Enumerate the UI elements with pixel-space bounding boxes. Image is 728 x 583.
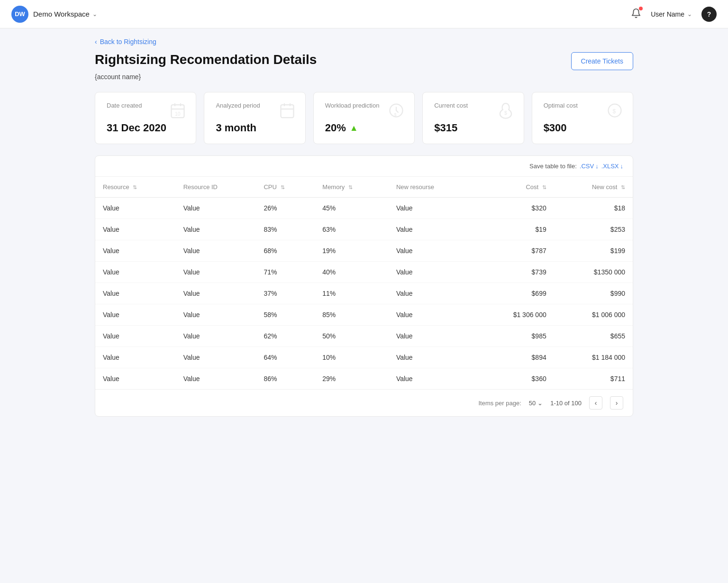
cell-memory: 85%: [315, 304, 389, 326]
stat-value-optimal-cost: $300: [544, 122, 621, 134]
cell-resource-id: Value: [176, 304, 256, 326]
stat-card-current-cost: Current cost $315 $: [422, 92, 524, 144]
col-new-cost[interactable]: New cost ⇅: [554, 177, 633, 198]
cell-resource: Value: [95, 283, 176, 304]
cell-cpu: 83%: [256, 219, 315, 240]
cell-cpu: 58%: [256, 304, 315, 326]
cell-new-resource: Value: [389, 219, 475, 240]
sort-icon-cost: ⇅: [542, 184, 546, 190]
header-right: User Name ⌄ ?: [631, 7, 717, 22]
create-tickets-button[interactable]: Create Tickets: [571, 52, 633, 70]
cell-new-resource: Value: [389, 326, 475, 347]
stat-card-optimal-cost: Optimal cost $300 $: [532, 92, 633, 144]
cell-memory: 45%: [315, 198, 389, 219]
notification-badge: [639, 7, 643, 10]
cell-cost: $1 306 000: [475, 304, 554, 326]
csv-download-icon: ↓: [595, 163, 599, 170]
cell-resource-id: Value: [176, 347, 256, 368]
cell-new-resource: Value: [389, 198, 475, 219]
svg-text:10: 10: [175, 111, 181, 117]
user-menu[interactable]: User Name ⌄: [651, 10, 692, 18]
back-link[interactable]: ‹ Back to Rightsizing: [95, 38, 633, 46]
col-resource-id[interactable]: Resource ID: [176, 177, 256, 198]
account-name: {account name}: [95, 73, 633, 81]
table-body: Value Value 26% 45% Value $320 $18 Value…: [95, 198, 633, 390]
table-row: Value Value 86% 29% Value $360 $711: [95, 368, 633, 390]
coin-icon: $: [606, 102, 623, 122]
stat-value-analyzed-period: 3 month: [216, 122, 293, 134]
svg-text:$: $: [504, 110, 507, 116]
header-left: DW Demo Workspace ⌄: [11, 6, 97, 23]
cell-cost: $699: [475, 283, 554, 304]
cell-resource: Value: [95, 347, 176, 368]
clock-dollar-icon: $: [388, 102, 405, 122]
items-per-page-chevron-icon: ⌄: [537, 400, 543, 407]
items-per-page-selector[interactable]: 50 ⌄: [529, 400, 543, 407]
col-cpu[interactable]: CPU ⇅: [256, 177, 315, 198]
back-chevron-icon: ‹: [95, 38, 97, 46]
cell-new-resource: Value: [389, 240, 475, 262]
cell-new-cost: $1350 000: [554, 262, 633, 283]
cell-new-cost: $990: [554, 283, 633, 304]
cell-cpu: 86%: [256, 368, 315, 390]
cell-cost: $739: [475, 262, 554, 283]
xlsx-download-link[interactable]: .XLSX ↓: [601, 163, 623, 170]
sort-icon-new-cost: ⇅: [621, 184, 625, 190]
cell-memory: 40%: [315, 262, 389, 283]
help-icon[interactable]: ?: [701, 7, 717, 22]
cell-cost: $19: [475, 219, 554, 240]
cell-memory: 11%: [315, 283, 389, 304]
top-header: DW Demo Workspace ⌄ User Name ⌄ ?: [0, 0, 728, 28]
cell-new-cost: $711: [554, 368, 633, 390]
table-row: Value Value 58% 85% Value $1 306 000 $1 …: [95, 304, 633, 326]
table-row: Value Value 64% 10% Value $894 $1 184 00…: [95, 347, 633, 368]
cell-resource: Value: [95, 368, 176, 390]
cell-resource: Value: [95, 304, 176, 326]
table-row: Value Value 37% 11% Value $699 $990: [95, 283, 633, 304]
cell-cost: $985: [475, 326, 554, 347]
stats-row: Date created 31 Dec 2020 10 Analyzed per…: [95, 92, 633, 144]
cell-memory: 10%: [315, 347, 389, 368]
sort-icon-cpu: ⇅: [281, 184, 285, 190]
cell-new-cost: $199: [554, 240, 633, 262]
cell-memory: 50%: [315, 326, 389, 347]
pagination: Items per page: 50 ⌄ 1-10 of 100 ‹ ›: [95, 389, 633, 416]
trend-up-icon: ▲: [350, 123, 358, 133]
cell-resource: Value: [95, 262, 176, 283]
money-bag-icon: $: [497, 102, 514, 122]
col-resource[interactable]: Resource ⇅: [95, 177, 176, 198]
cell-memory: 19%: [315, 240, 389, 262]
page-range: 1-10 of 100: [550, 400, 582, 407]
cell-new-resource: Value: [389, 347, 475, 368]
workspace-name[interactable]: Demo Workspace ⌄: [33, 10, 97, 18]
col-new-resource[interactable]: New resourse: [389, 177, 475, 198]
cell-cost: $894: [475, 347, 554, 368]
prev-page-button[interactable]: ‹: [589, 396, 602, 410]
cell-new-cost: $1 006 000: [554, 304, 633, 326]
csv-download-link[interactable]: .CSV ↓: [580, 163, 599, 170]
data-table: Resource ⇅ Resource ID CPU ⇅ Memory ⇅ Ne…: [95, 177, 633, 389]
notification-bell-icon[interactable]: [631, 8, 641, 20]
next-page-button[interactable]: ›: [610, 396, 623, 410]
table-row: Value Value 68% 19% Value $787 $199: [95, 240, 633, 262]
sort-icon-resource: ⇅: [133, 184, 137, 190]
col-memory[interactable]: Memory ⇅: [315, 177, 389, 198]
cell-memory: 63%: [315, 219, 389, 240]
svg-text:$: $: [613, 108, 616, 115]
stat-value-workload: 20% ▲: [325, 122, 403, 134]
stat-card-analyzed-period: Analyzed period 3 month: [204, 92, 305, 144]
stat-card-date-created: Date created 31 Dec 2020 10: [95, 92, 196, 144]
calendar-icon: 10: [169, 102, 186, 122]
workspace-avatar: DW: [11, 6, 28, 23]
sort-icon-memory: ⇅: [348, 184, 353, 190]
calendar2-icon: [279, 102, 296, 122]
cell-new-resource: Value: [389, 304, 475, 326]
user-chevron-icon: ⌄: [687, 11, 692, 18]
cell-new-cost: $655: [554, 326, 633, 347]
cell-memory: 29%: [315, 368, 389, 390]
table-row: Value Value 62% 50% Value $985 $655: [95, 326, 633, 347]
col-cost[interactable]: Cost ⇅: [475, 177, 554, 198]
items-per-page-label: Items per page:: [478, 400, 521, 407]
cell-new-resource: Value: [389, 368, 475, 390]
cell-cost: $787: [475, 240, 554, 262]
